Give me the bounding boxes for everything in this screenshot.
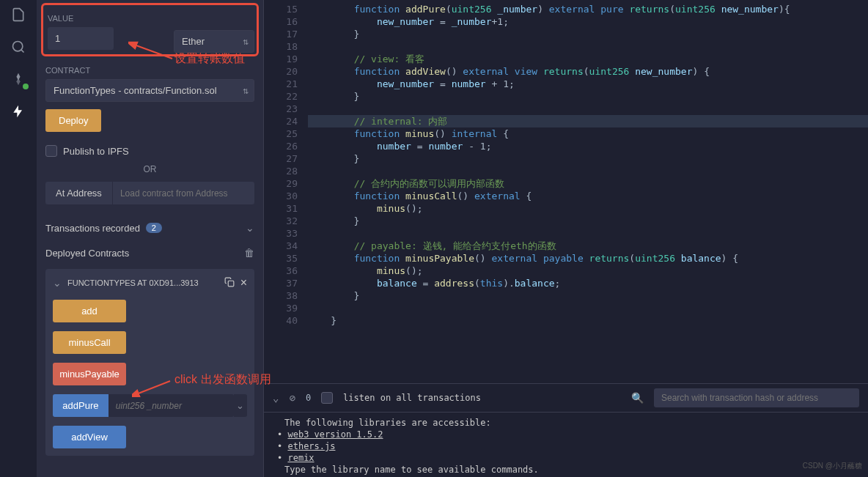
code-line[interactable]: number = number - 1; — [308, 140, 868, 152]
console-line: ethers.js — [284, 440, 847, 452]
code-line[interactable]: new_number = _number+1; — [308, 15, 868, 28]
unit-select[interactable]: Ether — [174, 30, 254, 53]
code-line[interactable] — [308, 165, 868, 177]
function-button-minusPayable[interactable]: minusPayable — [53, 363, 126, 385]
watermark: CSDN @小月蘸糖 — [803, 461, 862, 471]
function-button-addPure[interactable]: addPure — [53, 394, 108, 417]
compiler-icon[interactable] — [10, 70, 27, 88]
code-line[interactable]: function minus() internal { — [308, 127, 868, 140]
or-separator: OR — [45, 164, 254, 174]
tx-search-input[interactable] — [654, 388, 859, 407]
console-line: web3 version 1.5.2 — [284, 429, 847, 440]
line-gutter: 1516171819202122232425262728293031323334… — [264, 0, 308, 383]
code-line[interactable] — [308, 302, 868, 314]
function-button-addView[interactable]: addView — [53, 426, 126, 448]
code-line[interactable]: } — [308, 215, 868, 227]
value-input[interactable] — [48, 27, 114, 50]
code-line[interactable]: minus(); — [308, 265, 868, 277]
svg-point-0 — [13, 42, 23, 51]
code-line[interactable]: } — [308, 152, 868, 165]
code-line[interactable]: minus(); — [308, 202, 868, 215]
annotation-value: 设置转账数值 — [174, 51, 245, 67]
listen-label: listen on all transactions — [343, 393, 481, 403]
contract-address-input[interactable] — [112, 182, 254, 204]
chevron-down-icon[interactable]: ⌄ — [234, 394, 247, 417]
function-row: minusCall — [53, 331, 247, 354]
search-icon[interactable] — [10, 38, 27, 56]
code-line[interactable]: function addPure(uint256 _number) extern… — [308, 3, 868, 15]
contract-instance: ⌄ FUNCTIONTYPES AT 0XD91...3913 × addmin… — [45, 269, 254, 456]
code-line[interactable] — [308, 103, 868, 115]
value-label: VALUE — [48, 14, 252, 23]
code-line[interactable]: } — [308, 28, 868, 40]
listen-checkbox[interactable] — [321, 392, 333, 404]
code-line[interactable]: } — [308, 314, 868, 327]
contract-label: CONTRACT — [45, 66, 254, 75]
function-input[interactable] — [108, 394, 234, 417]
deploy-button[interactable]: Deploy — [45, 109, 101, 132]
code-line[interactable]: function minusPayable() external payable… — [308, 252, 868, 265]
main-area: 1516171819202122232425262728293031323334… — [264, 0, 868, 477]
console-line: The following libraries are accessible: — [284, 417, 847, 429]
search-icon[interactable]: 🔍 — [631, 392, 644, 404]
code-line[interactable] — [308, 227, 868, 240]
code-line[interactable]: } — [308, 289, 868, 302]
publish-ipfs-label: Publish to IPFS — [63, 146, 129, 157]
function-button-minusCall[interactable]: minusCall — [53, 331, 126, 354]
copy-icon[interactable] — [224, 277, 235, 289]
chevron-down-icon[interactable]: ⌄ — [53, 277, 62, 289]
function-row: add — [53, 300, 247, 322]
tx-count-badge: 2 — [146, 223, 162, 233]
deploy-icon[interactable] — [10, 103, 27, 120]
transactions-recorded[interactable]: Transactions recorded 2 ⌄ — [45, 215, 254, 241]
pending-count: 0 — [306, 393, 311, 403]
code-line[interactable]: // 合约内的函数可以调用内部函数 — [308, 177, 868, 190]
code-line[interactable]: // payable: 递钱, 能给合约支付eth的函数 — [308, 240, 868, 252]
code-line[interactable]: new_number = number + 1; — [308, 78, 868, 90]
code-line[interactable]: // view: 看客 — [308, 53, 868, 65]
code-line[interactable]: balance = address(this).balance; — [308, 277, 868, 289]
deployed-contracts-label: Deployed Contracts — [45, 248, 129, 259]
code-content[interactable]: function addPure(uint256 _number) extern… — [308, 0, 868, 383]
function-row: addPure⌄ — [53, 394, 247, 417]
at-address-button[interactable]: At Address — [45, 182, 112, 204]
chevron-down-icon: ⌄ — [246, 222, 254, 234]
file-icon[interactable] — [10, 6, 27, 23]
success-badge — [21, 82, 30, 91]
code-line[interactable] — [308, 40, 868, 53]
code-line[interactable]: } — [308, 90, 868, 103]
code-line[interactable]: function minusCall() external { — [308, 190, 868, 202]
code-line[interactable]: // internal: 内部 — [308, 115, 868, 127]
code-editor[interactable]: 1516171819202122232425262728293031323334… — [264, 0, 868, 383]
console-output: The following libraries are accessible:w… — [264, 413, 868, 477]
chevron-down-icon[interactable]: ⌄ — [273, 392, 279, 404]
function-row: addView — [53, 426, 247, 448]
deploy-panel: VALUE Ether ⇅ CONTRACT FunctionTypes - c… — [37, 0, 264, 477]
contract-select[interactable]: FunctionTypes - contracts/Function.sol — [45, 79, 254, 102]
ban-icon[interactable]: ⊘ — [289, 392, 295, 404]
instance-name: FUNCTIONTYPES AT 0XD91...3913 — [67, 278, 218, 287]
console-line: Type the library name to see available c… — [284, 464, 847, 476]
close-icon[interactable]: × — [240, 276, 247, 289]
function-button-add[interactable]: add — [53, 300, 126, 322]
annotation-click: click 出发函数调用 — [174, 372, 271, 388]
terminal-panel: ⌄ ⊘ 0 listen on all transactions 🔍 The f… — [264, 383, 868, 477]
console-line: remix — [284, 452, 847, 464]
trash-icon[interactable]: 🗑 — [244, 247, 254, 259]
code-line[interactable]: function addView() external view returns… — [308, 65, 868, 78]
icon-bar — [0, 0, 37, 477]
publish-ipfs-checkbox[interactable] — [45, 145, 57, 157]
svg-rect-1 — [228, 281, 234, 286]
